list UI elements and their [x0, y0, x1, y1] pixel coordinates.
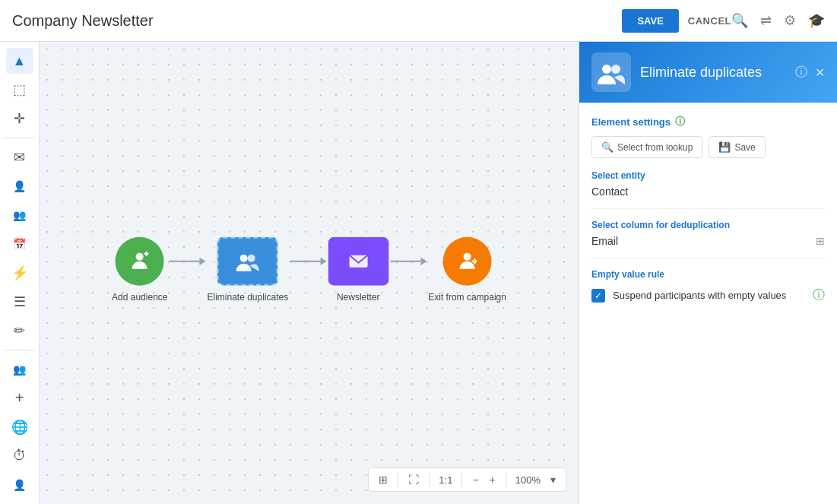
node-exit-campaign[interactable]: Exit from campaign	[428, 237, 506, 303]
save-settings-button[interactable]: 💾 Save	[709, 136, 765, 158]
save-disk-icon: 💾	[718, 141, 731, 153]
settings-icon[interactable]: ⚙	[784, 12, 796, 29]
section-actions: 🔍 Select from lookup 💾 Save	[591, 136, 825, 158]
toolbar-divider-4	[506, 473, 506, 487]
lookup-icon: 🔍	[601, 141, 613, 153]
zoom-out-button[interactable]: −	[468, 471, 482, 488]
node-icon-exit-campaign[interactable]	[443, 237, 492, 286]
tool-persons[interactable]: 👥	[6, 202, 33, 228]
arrow-2	[290, 258, 326, 265]
tool-cursor[interactable]: ▲	[6, 48, 33, 74]
tool-person[interactable]: 👤	[6, 173, 33, 199]
zoom-dropdown-button[interactable]: ▾	[547, 471, 560, 488]
toolbar-divider-1	[398, 473, 398, 487]
suspend-checkbox[interactable]: ✓	[591, 289, 605, 303]
tool-plus[interactable]: +	[6, 385, 33, 411]
svg-point-4	[248, 255, 255, 262]
sidebar-toolbar: ▲ ⬚ ✛ ✉ 👤 👥 📅 ⚡ ☰ ✏ 👥 + 🌐 ⏱ 👤	[0, 42, 40, 504]
empty-value-label: Empty value rule	[591, 269, 825, 280]
node-label-newsletter: Newsletter	[337, 292, 380, 303]
header-icons: 🔍 ⇌ ⚙ 🎓	[731, 12, 825, 29]
grid-view-button[interactable]: ⊞	[375, 471, 392, 488]
save-button[interactable]: SAVE	[622, 9, 678, 33]
zoom-in-button[interactable]: +	[486, 471, 499, 488]
svg-point-3	[240, 255, 248, 262]
node-newsletter[interactable]: Newsletter	[328, 237, 388, 303]
select-column-field: Select column for deduplication Email ⊞	[591, 220, 825, 258]
panel-close-button[interactable]: ✕	[815, 65, 825, 81]
tool-select[interactable]: ⬚	[6, 77, 33, 103]
node-icon-newsletter[interactable]	[328, 237, 388, 286]
select-column-value: Email ⊞	[591, 235, 825, 247]
right-panel: Eliminate duplicates ⓘ ✕ Element setting…	[579, 42, 837, 504]
arrow-1	[169, 258, 205, 265]
node-label-add-audience: Add audience	[112, 292, 167, 303]
panel-title: Eliminate duplicates	[640, 65, 786, 81]
hat-icon[interactable]: 🎓	[808, 12, 825, 29]
zoom-ratio: 1:1	[436, 474, 455, 486]
select-from-lookup-button[interactable]: 🔍 Select from lookup	[591, 136, 702, 158]
toolbar-divider-3	[461, 473, 462, 487]
select-entity-value: Contact	[591, 185, 825, 198]
sidebar-divider-1	[4, 138, 35, 138]
canvas-area[interactable]: Add audience Eliminate duplicates	[40, 42, 579, 504]
empty-value-info-icon[interactable]: ⓘ	[813, 287, 825, 303]
header: Company Newsletter SAVE CANCEL 🔍 ⇌ ⚙ 🎓	[0, 0, 837, 42]
sidebar-divider-2	[4, 350, 35, 350]
search-icon[interactable]: 🔍	[731, 12, 748, 29]
panel-header-actions: ⓘ ✕	[795, 65, 825, 81]
select-entity-field: Select entity Contact	[591, 170, 825, 209]
select-column-label: Select column for deduplication	[591, 220, 825, 230]
tool-globe[interactable]: 🌐	[6, 414, 33, 440]
svg-point-10	[602, 65, 611, 74]
tool-email[interactable]: ✉	[6, 144, 33, 170]
filter-icon[interactable]: ⇌	[760, 12, 772, 29]
tool-move[interactable]: ✛	[6, 106, 33, 132]
tool-calendar[interactable]: 📅	[6, 231, 33, 257]
node-eliminate-duplicates[interactable]: Eliminate duplicates	[207, 237, 288, 303]
select-entity-label: Select entity	[591, 170, 825, 181]
empty-value-section: Empty value rule ✓ Suspend participants …	[591, 269, 825, 303]
zoom-percent: 100%	[512, 474, 544, 486]
panel-header: Eliminate duplicates ⓘ ✕	[579, 42, 837, 103]
tool-list[interactable]: ☰	[6, 289, 33, 315]
canvas-toolbar: ⊞ ⛶ 1:1 − + 100% ▾	[368, 468, 566, 492]
tool-pencil[interactable]: ✏	[6, 318, 33, 344]
tool-group[interactable]: 👥	[6, 357, 33, 382]
fullscreen-button[interactable]: ⛶	[404, 471, 423, 488]
suspend-label: Suspend participants with empty values	[613, 290, 786, 301]
toolbar-divider-2	[429, 473, 430, 487]
arrow-3	[390, 258, 426, 265]
svg-point-6	[464, 253, 471, 261]
tool-action[interactable]: ⚡	[6, 260, 33, 286]
main-layout: ▲ ⬚ ✛ ✉ 👤 👥 📅 ⚡ ☰ ✏ 👥 + 🌐 ⏱ 👤	[0, 42, 837, 504]
tool-user-x[interactable]: 👤	[6, 472, 33, 498]
node-label-eliminate-duplicates: Eliminate duplicates	[207, 292, 288, 303]
element-settings-info-icon[interactable]: ⓘ	[675, 115, 685, 128]
node-icon-add-audience[interactable]	[116, 237, 164, 286]
panel-header-icon	[591, 52, 631, 92]
panel-body: Element settings ⓘ 🔍 Select from lookup …	[579, 103, 837, 504]
node-icon-eliminate-duplicates[interactable]	[217, 237, 278, 286]
tool-timer[interactable]: ⏱	[6, 443, 33, 469]
flow-diagram: Add audience Eliminate duplicates	[112, 237, 506, 303]
cancel-button[interactable]: CANCEL	[688, 15, 731, 27]
page-title: Company Newsletter	[12, 12, 622, 30]
svg-point-0	[136, 253, 144, 261]
checkbox-row: ✓ Suspend participants with empty values…	[591, 287, 825, 303]
svg-point-11	[611, 65, 620, 74]
node-add-audience[interactable]: Add audience	[112, 237, 167, 303]
element-settings-title: Element settings ⓘ	[591, 115, 825, 128]
node-label-exit-campaign: Exit from campaign	[428, 292, 506, 303]
edit-column-icon[interactable]: ⊞	[816, 235, 825, 247]
panel-info-button[interactable]: ⓘ	[795, 65, 807, 81]
